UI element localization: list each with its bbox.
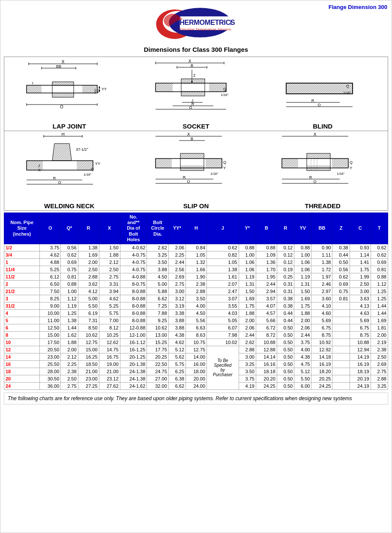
- data-cell: 1.69: [294, 295, 311, 302]
- data-cell: 5.88: [147, 287, 168, 295]
- data-cell: 2.46: [311, 280, 332, 287]
- data-cell: 0.69: [332, 280, 350, 287]
- data-cell: 2.06: [239, 324, 256, 331]
- data-cell: 2.50: [99, 266, 120, 273]
- data-cell: 5.66: [256, 317, 277, 324]
- data-cell: 16.19: [350, 360, 371, 368]
- col-o: O: [40, 213, 61, 244]
- table-row: 1423.002.1216.2516.7520-1.2520.255.6214.…: [4, 353, 388, 360]
- data-cell: 1.38: [78, 244, 99, 251]
- data-cell: 10.92: [311, 338, 332, 346]
- data-cell: 1.72: [311, 266, 332, 273]
- j-cell: 1.61: [207, 273, 239, 280]
- data-cell: 0.62: [61, 251, 78, 258]
- data-cell: 1.66: [186, 266, 207, 273]
- data-cell: 1.75: [350, 266, 371, 273]
- j-cell: 5.05: [207, 317, 239, 324]
- col-bolt-circle: BoltCircleDia.: [147, 213, 168, 244]
- data-cell: 3.94: [99, 287, 120, 295]
- data-cell: 0.31: [277, 287, 294, 295]
- data-cell: 3.57: [256, 295, 277, 302]
- data-cell: 3.50: [239, 368, 256, 375]
- data-cell: 1.31: [294, 280, 311, 287]
- pipe-size-cell: 31/2: [4, 302, 40, 309]
- j-cell: 2.07: [207, 280, 239, 287]
- blind-diagram: R O Q 1/16" BLIND: [259, 60, 386, 130]
- svg-text:B: B: [190, 63, 193, 68]
- data-cell: 2.00: [294, 317, 311, 324]
- socket-diagram: X B Z J: [133, 60, 260, 130]
- data-cell: 6.75: [311, 324, 332, 331]
- data-cell: 4.62: [40, 251, 61, 258]
- table-row: 410.001.256.195.758-0.887.883.384.504.03…: [4, 309, 388, 317]
- t-cell: 2.75: [371, 368, 388, 375]
- pipe-size-cell: 1: [4, 258, 40, 266]
- svg-rect-113: [307, 165, 330, 171]
- t-cell: 2.19: [371, 338, 388, 346]
- data-cell: 6.12: [40, 273, 61, 280]
- svg-rect-112: [307, 153, 330, 159]
- data-cell: 6.38: [168, 375, 186, 382]
- data-cell: 16.16: [256, 360, 277, 368]
- j-cell: 1.05: [207, 258, 239, 266]
- data-cell: 3.12: [168, 295, 186, 302]
- data-cell: 5.56: [186, 317, 207, 324]
- j-cell: 0.82: [207, 251, 239, 258]
- data-cell: 27.62: [99, 382, 120, 389]
- data-cell: 17.50: [40, 338, 61, 346]
- data-cell: 3.75: [239, 375, 256, 382]
- data-cell: 1.50: [239, 287, 256, 295]
- t-cell: 2.69: [371, 360, 388, 368]
- data-cell: 8.12: [99, 324, 120, 331]
- svg-text:X: X: [38, 168, 41, 172]
- data-cell: 12-0.88: [120, 324, 147, 331]
- svg-text:O: O: [187, 180, 190, 184]
- data-cell: 2.44: [168, 258, 186, 266]
- data-cell: 4.38: [168, 331, 186, 338]
- data-cell: 0.19: [277, 266, 294, 273]
- data-cell: 1.88: [294, 309, 311, 317]
- slip-on-label: SLIP ON: [133, 202, 260, 210]
- data-cell: 1.99: [350, 273, 371, 280]
- pipe-size-cell: 6: [4, 324, 40, 331]
- data-cell: 16.00: [186, 360, 207, 368]
- data-cell: 1.00: [239, 251, 256, 258]
- data-cell: 4-0.88: [120, 273, 147, 280]
- col-z: Z: [332, 213, 350, 244]
- col-y: Y*: [239, 213, 256, 244]
- table-row: 815.001.6210.6210.2512-1.0013.004.388.63…: [4, 331, 388, 338]
- data-cell: 27.00: [147, 375, 168, 382]
- data-cell: 1.88: [61, 338, 78, 346]
- svg-rect-49: [181, 91, 205, 96]
- data-cell: 16-1.12: [120, 338, 147, 346]
- lap-joint-label: LAP JOINT: [6, 123, 133, 130]
- data-cell: 1.38: [61, 317, 78, 324]
- data-cell: 1.69: [239, 295, 256, 302]
- data-cell: 5.69: [350, 317, 371, 324]
- data-cell: 0.38: [332, 244, 350, 251]
- col-yy: YY*: [168, 213, 186, 244]
- data-cell: [332, 331, 350, 338]
- data-cell: [332, 375, 350, 382]
- data-cell: 0.31: [277, 280, 294, 287]
- data-cell: 6.75: [350, 324, 371, 331]
- data-cell: 2.62: [239, 338, 256, 346]
- data-cell: 6.25: [168, 368, 186, 375]
- data-cell: 18.19: [350, 368, 371, 375]
- data-cell: 3.00: [239, 353, 256, 360]
- data-cell: 1.31: [239, 280, 256, 287]
- data-cell: 5.50: [294, 375, 311, 382]
- data-cell: 6.50: [40, 280, 61, 287]
- data-cell: 14.75: [99, 346, 120, 353]
- lap-joint-diagram: X BB r YY: [6, 60, 133, 130]
- data-cell: 5.00: [78, 295, 99, 302]
- data-cell: 24.25: [311, 382, 332, 389]
- table-row: 1220.502.0015.0014.7516-1.2517.755.1212.…: [4, 346, 388, 353]
- data-cell: 1.88: [99, 251, 120, 258]
- data-cell: 0.84: [186, 244, 207, 251]
- data-cell: 4.13: [350, 302, 371, 309]
- t-cell: 2.00: [371, 331, 388, 338]
- t-cell: 0.62: [371, 251, 388, 258]
- data-cell: 2.56: [168, 266, 186, 273]
- data-cell: 10.00: [40, 309, 61, 317]
